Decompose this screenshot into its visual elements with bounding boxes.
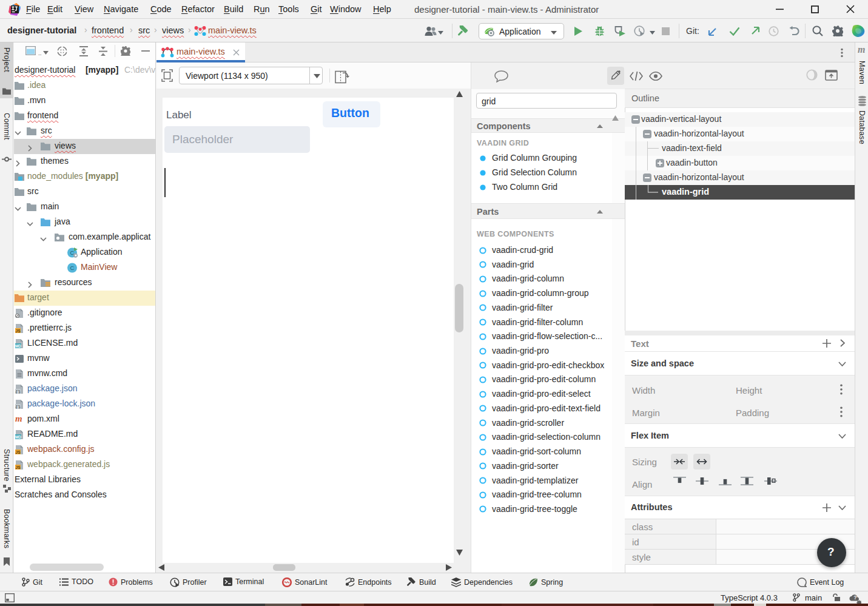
svg-text:C: C [70,264,75,271]
svg-text:{}: {} [15,405,21,409]
svg-text:JS: JS [16,329,21,333]
svg-text:JS: JS [16,450,21,454]
svg-text:MD: MD [15,344,21,348]
svg-text:?: ? [853,594,857,601]
svg-text:MD: MD [15,435,21,439]
svg-text:{}: {} [15,389,21,394]
svg-text:JS: JS [16,465,21,470]
